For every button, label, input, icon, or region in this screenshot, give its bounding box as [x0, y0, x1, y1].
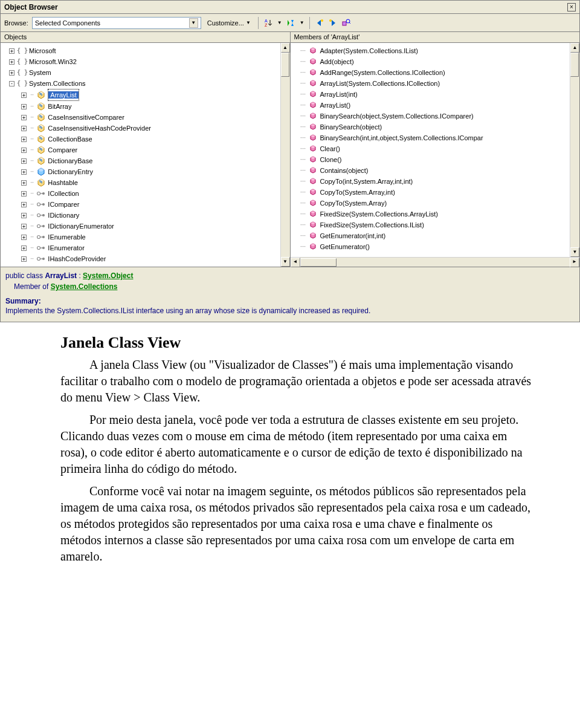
expand-toggle[interactable]: + [21, 158, 27, 164]
browse-dropdown[interactable]: Selected Components ▼ [32, 17, 201, 29]
tree-item[interactable]: +···IEnumerator [2, 242, 289, 253]
tree-item[interactable]: +{ }System [2, 67, 289, 78]
member-item[interactable]: ·····CopyTo(System.Array,int) [292, 187, 579, 198]
member-item[interactable]: ·····Add(object) [292, 56, 579, 67]
nav-forward-icon[interactable] [328, 18, 338, 28]
close-button[interactable]: × [567, 3, 576, 11]
member-item[interactable]: ·····FixedSize(System.Collections.ArrayL… [292, 209, 579, 219]
expand-toggle[interactable]: + [21, 126, 27, 131]
filter-menu-arrow[interactable]: ▼ [300, 20, 304, 25]
sort-menu-arrow[interactable]: ▼ [277, 20, 282, 25]
tree-item[interactable]: +···DictionaryBase [2, 155, 289, 166]
member-item[interactable]: ·····CopyTo(int,System.Array,int,int) [292, 176, 579, 187]
expand-toggle[interactable]: - [9, 81, 14, 86]
scroll-down-button[interactable]: ▼ [570, 247, 579, 257]
objects-tree[interactable]: +{ }Microsoft+{ }Microsoft.Win32+{ }Syst… [1, 43, 290, 267]
tree-item[interactable]: +···IHashCodeProvider [2, 253, 289, 264]
browse-label: Browse: [4, 19, 28, 27]
scroll-thumb[interactable] [281, 53, 289, 77]
chevron-down-icon: ▼ [246, 20, 251, 25]
svg-point-18 [37, 258, 40, 261]
scroll-right-button[interactable]: ► [570, 258, 579, 267]
expand-toggle[interactable]: + [21, 115, 27, 120]
method-icon [309, 112, 317, 120]
expand-toggle[interactable]: + [21, 169, 27, 175]
scroll-up-button[interactable]: ▲ [570, 43, 579, 53]
tree-item[interactable]: +···IEnumerable [2, 232, 289, 242]
expand-toggle[interactable]: + [21, 148, 27, 153]
tree-item[interactable]: +···CaseInsensitiveComparer [2, 112, 289, 123]
separator [309, 17, 310, 29]
tree-item[interactable]: +···BitArray [2, 101, 289, 112]
member-item[interactable]: ·····AddRange(System.Collections.ICollec… [292, 67, 579, 78]
browse-value: Selected Components [35, 19, 100, 27]
namespace-link[interactable]: System.Collections [51, 282, 118, 291]
members-vscroll[interactable]: ▲ ▼ [570, 43, 579, 257]
expand-toggle[interactable]: + [9, 70, 14, 76]
expand-toggle[interactable]: + [21, 235, 27, 240]
members-tree[interactable]: ·····Adapter(System.Collections.IList)··… [291, 43, 580, 257]
scroll-left-button[interactable]: ◄ [291, 258, 300, 267]
expand-toggle[interactable]: + [21, 180, 27, 186]
expand-toggle[interactable]: + [21, 93, 27, 98]
expand-toggle[interactable]: + [9, 48, 14, 54]
member-item[interactable]: ·····BinarySearch(object) [292, 122, 579, 132]
tree-item[interactable]: +···Comparer [2, 145, 289, 155]
member-item[interactable]: ·····FixedSize(System.Collections.IList) [292, 219, 579, 230]
member-label: ArrayList(System.Collections.ICollection… [320, 78, 440, 89]
expand-toggle[interactable]: + [21, 191, 27, 197]
scroll-up-button[interactable]: ▲ [281, 43, 290, 53]
member-item[interactable]: ·····ArrayList(int) [292, 89, 579, 100]
svg-point-9 [42, 203, 45, 206]
member-label: FixedSize(System.Collections.IList) [320, 219, 424, 230]
find-symbol-icon[interactable] [341, 18, 351, 28]
member-item[interactable]: ·····ArrayList(System.Collections.IColle… [292, 78, 579, 89]
sort-az-icon[interactable]: AZ [263, 18, 273, 28]
member-item[interactable]: ·····CopyTo(System.Array) [292, 198, 579, 209]
tree-item[interactable]: +···ArrayList [2, 89, 289, 101]
tree-item[interactable]: +···Hashtable [2, 177, 289, 188]
member-item[interactable]: ·····GetEnumerator(int,int) [292, 230, 579, 241]
tree-item[interactable]: +···IDictionaryEnumerator [2, 221, 289, 232]
customize-button[interactable]: Customize... ▼ [205, 18, 253, 28]
method-icon [309, 199, 317, 207]
tree-item[interactable]: +···CaseInsensitiveHashCodeProvider [2, 123, 289, 134]
base-type-link[interactable]: System.Object [83, 271, 133, 280]
tree-item[interactable]: +···CollectionBase [2, 134, 289, 145]
nav-back-icon[interactable] [315, 18, 324, 28]
member-label: ArrayList(int) [320, 89, 357, 100]
expand-toggle[interactable]: + [21, 245, 27, 251]
tree-item[interactable]: +···DictionaryEntry [2, 166, 289, 177]
objects-vscroll[interactable]: ▲ ▼ [280, 43, 290, 267]
scroll-thumb[interactable] [570, 53, 579, 77]
member-item[interactable]: ·····BinarySearch(object,System.Collecti… [292, 111, 579, 122]
expand-toggle[interactable]: + [21, 137, 27, 142]
member-item[interactable]: ·····BinarySearch(int,int,object,System.… [292, 132, 579, 143]
tree-item[interactable]: +{ }Microsoft [2, 45, 289, 56]
svg-point-6 [37, 192, 40, 195]
interface-icon [37, 222, 45, 230]
expand-toggle[interactable]: + [21, 104, 27, 109]
member-item[interactable]: ·····Contains(object) [292, 165, 579, 176]
filter-icon[interactable] [286, 18, 295, 28]
tree-item[interactable]: -{ }System.Collections [2, 78, 289, 89]
tree-item[interactable]: +···IComparer [2, 199, 289, 210]
scroll-thumb[interactable] [300, 258, 337, 267]
expand-toggle[interactable]: + [21, 256, 27, 262]
member-item[interactable]: ·····ArrayList() [292, 100, 579, 111]
scroll-down-button[interactable]: ▼ [281, 257, 290, 267]
expand-toggle[interactable]: + [9, 59, 14, 65]
tree-item-label: System [29, 67, 51, 78]
tree-item[interactable]: +{ }Microsoft.Win32 [2, 56, 289, 67]
expand-toggle[interactable]: + [21, 202, 27, 207]
member-item[interactable]: ·····Clone() [292, 154, 579, 165]
tree-item[interactable]: +···IDictionary [2, 210, 289, 221]
member-item[interactable]: ·····GetEnumerator() [292, 241, 579, 252]
expand-toggle[interactable]: + [21, 213, 27, 218]
member-item[interactable]: ·····Adapter(System.Collections.IList) [292, 45, 579, 56]
expand-toggle[interactable]: + [21, 224, 27, 229]
member-item[interactable]: ·····Clear() [292, 143, 579, 154]
tree-item[interactable]: +···ICollection [2, 188, 289, 199]
interface-icon [37, 233, 45, 241]
members-hscroll[interactable]: ◄ ► [291, 257, 580, 267]
